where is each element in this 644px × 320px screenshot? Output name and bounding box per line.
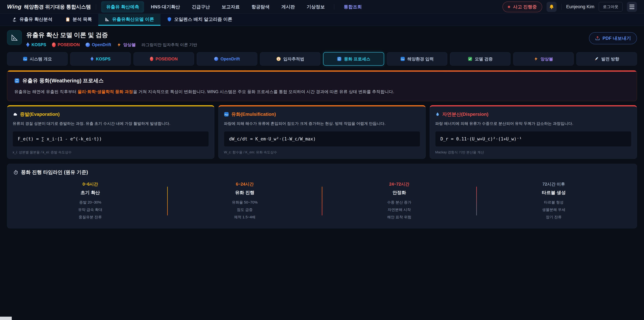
card-title: 자연분산(Dispersion) xyxy=(442,111,488,117)
microscope-icon xyxy=(12,17,17,22)
cloud-icon xyxy=(12,112,18,117)
timeline-phase-emulsification: 6~24시간 유화 진행 유화율 50~70% 점도 급증 체적 1.5~4배 xyxy=(168,181,322,221)
tab-label: KOSPS xyxy=(96,57,111,61)
tab-label: 풍화 프로세스 xyxy=(344,56,370,62)
blue-circle-icon xyxy=(214,57,218,61)
nav-item-reports[interactable]: 보고자료 xyxy=(216,1,245,13)
phase-time: 6~24시간 xyxy=(168,181,322,187)
card-description: 파랑 에너지에 의해 유류가 수중으로 분산되어 유막 두께가 감소하는 과정입… xyxy=(435,121,632,127)
nav-divider xyxy=(334,4,334,10)
pdf-export-button[interactable]: PDF 내보내기 xyxy=(589,32,637,44)
process-cards: 증발(Evaporation) 유류의 경질 성분이 대기로 증발하는 과정. … xyxy=(7,105,637,159)
formula-note: x_i: 성분별 몰분율 / k_ei: 증발 속도상수 xyxy=(12,150,209,155)
nav-item-board[interactable]: 게시판 xyxy=(276,1,300,13)
card-title: 유화(Emulsification) xyxy=(231,111,276,117)
phase-detail: 증발 20~30% xyxy=(13,199,167,206)
phase-name: 타르볼 생성 xyxy=(477,190,631,196)
badge-label: 앙상블 xyxy=(123,42,136,48)
wave-icon xyxy=(400,57,405,61)
tab-label: 발전 방향 xyxy=(601,56,619,62)
desc-text: 유출유는 해면에 유출된 직후부터 xyxy=(14,89,78,94)
blue-diamond-icon xyxy=(26,43,30,47)
notifications-button[interactable] xyxy=(546,2,556,12)
tab-label: 입자추적법 xyxy=(283,56,304,62)
incident-status-badge[interactable]: 사고 진행중 xyxy=(502,2,542,12)
nav-item-aerial-search[interactable]: 항공탐색 xyxy=(246,1,274,13)
tab-weathering-process[interactable]: 풍화 프로세스 xyxy=(323,52,384,66)
card-title-row: 증발(Evaporation) xyxy=(12,111,209,117)
tab-particle-tracking[interactable]: 입자추적법 xyxy=(260,52,320,66)
tab-poseidon[interactable]: POSEIDON xyxy=(134,52,194,66)
phase-detail: 자연분해 시작 xyxy=(322,206,476,213)
phase-detail: 유화율 50~70% xyxy=(168,199,322,206)
tab-ensemble[interactable]: 앙상블 xyxy=(513,52,574,66)
tab-model-validation[interactable]: 모델 검증 xyxy=(450,52,510,66)
phase-detail: 점도 급증 xyxy=(168,206,322,213)
timeline-title: 풍화 진행 타임라인 (원유 기준) xyxy=(21,169,88,176)
tab-marine-environment-input[interactable]: 해양환경 입력 xyxy=(387,52,447,66)
shield-icon xyxy=(167,17,172,22)
phase-time: 0~6시간 xyxy=(13,181,167,187)
weathering-section: 유출유 풍화(Weathering) 프로세스 유출유는 해면에 유출된 직후부… xyxy=(7,70,637,101)
tab-label: 해양환경 입력 xyxy=(407,56,434,62)
weathering-title: 유출유 풍화(Weathering) 프로세스 xyxy=(22,77,104,84)
badge-label: POSEIDON xyxy=(58,42,80,47)
red-circle-icon xyxy=(52,43,56,47)
phase-detail: 체적 1.5~4배 xyxy=(168,213,322,221)
subtab-spill-analysis[interactable]: 유출유 확산분석 xyxy=(6,14,59,26)
card-title: 증발(Evaporation) xyxy=(20,111,60,117)
nav-item-weather-info[interactable]: 기상정보 xyxy=(302,1,330,13)
formula-box: D_r = 0.11·(U_w+U_c)²·(1+U_w)⁻¹ xyxy=(435,131,632,147)
theory-tabbar: 시스템 개요 KOSPS POSEIDON OpenDrift 입자추적법 풍화… xyxy=(7,52,637,66)
menu-button[interactable] xyxy=(627,2,637,12)
subtab-analysis-list[interactable]: 분석 목록 xyxy=(59,14,98,26)
phase-time: 72시간 이후 xyxy=(477,181,631,187)
nav-item-hns-air-diffusion[interactable]: HNS·대기확산 xyxy=(146,1,185,13)
badge-ensemble: 앙상블 xyxy=(117,42,136,48)
phase-detail: 해안 표착 위험 xyxy=(322,213,476,221)
hamburger-icon xyxy=(630,5,634,9)
formula-note: W_c: 함수율 / K_em: 유화 속도상수 xyxy=(224,150,420,155)
app-logo: Wing 해양환경 위기대응 통합시스템 xyxy=(7,3,91,11)
timeline-header: 풍화 진행 타임라인 (원유 기준) xyxy=(13,169,631,176)
lightning-icon xyxy=(534,57,538,61)
red-circle-icon xyxy=(150,57,153,61)
tab-label: 시스템 개요 xyxy=(30,56,52,62)
phase-name: 유화 진행 xyxy=(168,190,322,196)
phase-detail: 생물분해 우세 xyxy=(477,206,631,213)
page-title-icon-box xyxy=(7,30,22,45)
subtab-diffusion-model-theory[interactable]: 유출유확산모델 이론 xyxy=(98,14,160,26)
card-dispersion: 자연분산(Dispersion) 파랑 에너지에 의해 유류가 수중으로 분산되… xyxy=(430,105,637,159)
badge-label: KOSPS xyxy=(32,42,46,47)
phase-detail: 장기 잔류 xyxy=(477,213,631,221)
badge-opendrift: OpenDrift xyxy=(86,42,111,47)
badge-poseidon: POSEIDON xyxy=(52,42,80,47)
export-tray-icon xyxy=(595,36,600,41)
tab-system-overview[interactable]: 시스템 개요 xyxy=(7,52,68,66)
desc-text: 을 거쳐 지속적으로 특성이 변화합니다. WING 시스템은 주요 풍화 프로… xyxy=(133,89,394,94)
bottom-corner-artifact xyxy=(0,317,12,320)
wave-icon xyxy=(224,112,229,117)
tab-opendrift[interactable]: OpenDrift xyxy=(197,52,257,66)
formula-box: dW_c/dt = K_em·U_w²·(1-W_c/W_max) xyxy=(224,131,420,147)
stopwatch-icon xyxy=(13,170,18,175)
card-title-row: 자연분산(Dispersion) xyxy=(435,111,632,117)
nav-item-integrated-search[interactable]: 통합조회 xyxy=(338,1,367,13)
tab-kosps[interactable]: KOSPS xyxy=(70,52,131,66)
weathering-header: 유출유 풍화(Weathering) 프로세스 xyxy=(14,77,630,84)
main-nav: 유출유 확산예측 HNS·대기확산 긴급구난 보고자료 항공탐색 게시판 기상정… xyxy=(101,1,367,13)
logo-system-name: 해양환경 위기대응 통합시스템 xyxy=(24,4,91,11)
card-description: 파랑에 의해 해수가 유류에 혼입되어 점도가 크게 증가하는 현상. 방제 작… xyxy=(224,121,420,127)
tab-future-direction[interactable]: 발전 방향 xyxy=(576,52,637,66)
clipboard-icon xyxy=(65,17,70,22)
nav-item-emergency-rescue[interactable]: 긴급구난 xyxy=(187,1,215,13)
refresh-icon xyxy=(14,78,20,83)
rocket-icon xyxy=(594,57,599,61)
check-icon xyxy=(468,57,472,61)
subtab-oil-fence-algorithm-theory[interactable]: 오일펜스 배치 알고리즘 이론 xyxy=(160,14,239,26)
phase-name: 안정화 xyxy=(322,190,476,196)
logout-button[interactable]: 로그아웃 xyxy=(599,2,622,12)
nav-item-oil-spill-prediction[interactable]: 유출유 확산예측 xyxy=(101,1,144,13)
badge-label: OpenDrift xyxy=(92,42,111,47)
phase-detail: 수중 분산 증가 xyxy=(322,199,476,206)
